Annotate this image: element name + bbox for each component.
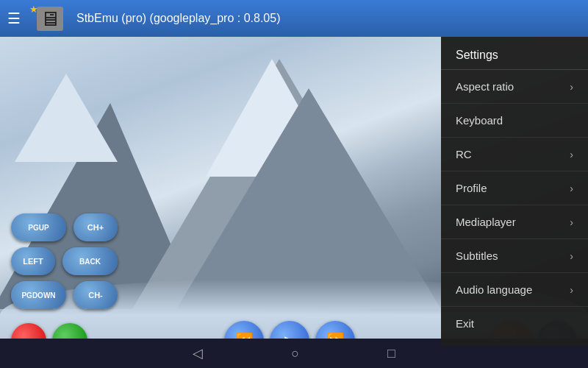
menu-item-mediaplayer[interactable]: Mediaplayer › (441, 205, 588, 239)
menu-item-rc[interactable]: RC › (441, 138, 588, 171)
chevron-right-icon: › (570, 81, 573, 93)
menu-item-label: Keyboard (456, 114, 503, 127)
menu-item-label: Mediaplayer (456, 216, 516, 228)
tv-icon: 🖥 (37, 7, 63, 31)
menu-item-audio-language[interactable]: Audio language › (441, 273, 588, 307)
mountain-left-snow (15, 74, 118, 162)
chevron-right-icon: › (570, 250, 573, 262)
chevron-right-icon: › (570, 284, 573, 296)
back-button[interactable]: BACK (62, 247, 118, 275)
menu-item-keyboard[interactable]: Keyboard (441, 104, 588, 138)
tv-icon-container: ★ 🖥 (29, 7, 63, 31)
menu-item-label: Audio language (456, 283, 532, 296)
menu-item-label: Exit (456, 317, 474, 330)
ctrl-row-2: LEFT BACK (11, 247, 445, 275)
recents-nav-icon[interactable]: □ (387, 346, 395, 361)
chevron-right-icon: › (570, 149, 573, 160)
menu-item-label: Subtitles (456, 250, 498, 262)
home-nav-icon[interactable]: ○ (291, 346, 299, 361)
menu-item-label: RC (456, 148, 472, 160)
menu-item-profile[interactable]: Profile › (441, 171, 588, 205)
settings-menu: Settings Aspect ratio › Keyboard RC › Pr… (441, 37, 588, 346)
app-title: StbEmu (pro) (googleplay_pro : 0.8.05) (76, 12, 280, 25)
menu-item-subtitles[interactable]: Subtitles › (441, 239, 588, 273)
menu-item-exit[interactable]: Exit (441, 307, 588, 340)
chminus-button[interactable]: CH- (74, 281, 118, 309)
menu-item-label: Aspect ratio (456, 80, 514, 93)
controls-overlay: PGUP CH+ LEFT BACK PGDOWN CH- (0, 213, 456, 309)
menu-item-aspect-ratio[interactable]: Aspect ratio › (441, 70, 588, 104)
chevron-right-icon: › (570, 216, 573, 228)
hamburger-icon[interactable]: ☰ (7, 10, 21, 27)
chevron-right-icon: › (570, 183, 573, 194)
star-icon: ★ (29, 4, 38, 15)
menu-item-label: Profile (456, 182, 487, 194)
menu-title: Settings (441, 43, 588, 70)
top-bar: ☰ ★ 🖥 StbEmu (pro) (googleplay_pro : 0.8… (0, 0, 588, 37)
pgdown-button[interactable]: PGDOWN (11, 281, 66, 309)
ctrl-row-1: PGUP CH+ (11, 213, 445, 241)
pgup-button[interactable]: PGUP (11, 213, 66, 241)
left-button[interactable]: LEFT (11, 247, 55, 275)
back-nav-icon[interactable]: ◁ (193, 345, 203, 361)
ctrl-row-3: PGDOWN CH- (11, 281, 445, 309)
chplus-button[interactable]: CH+ (74, 213, 118, 241)
